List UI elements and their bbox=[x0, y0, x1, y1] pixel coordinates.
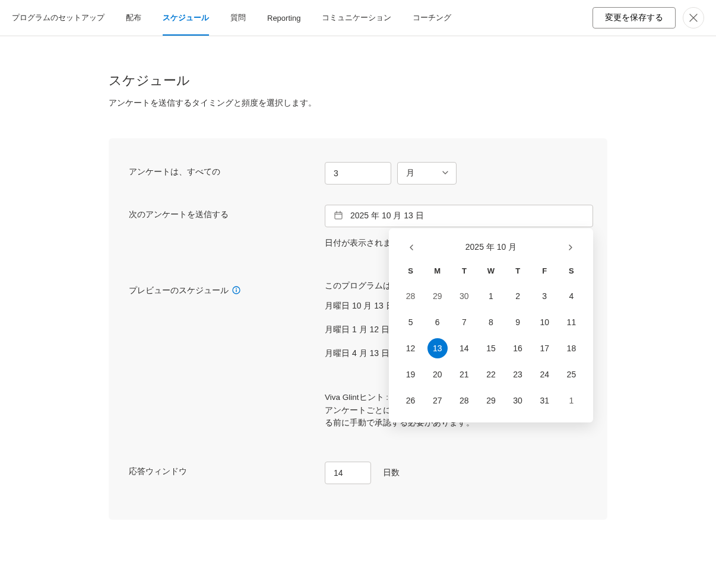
calendar-dow: S bbox=[397, 262, 424, 281]
schedule-card: アンケートは、すべての 月 次のアンケートを送信する bbox=[109, 138, 607, 520]
tab-distribution[interactable]: 配布 bbox=[115, 8, 152, 28]
close-button[interactable] bbox=[683, 7, 704, 28]
next-send-label: 次のアンケートを送信する bbox=[129, 205, 325, 220]
date-picker-popup: 2025 年 10 月 SMTWTFS282930123456789101112… bbox=[389, 228, 593, 422]
svg-point-2 bbox=[236, 288, 237, 289]
calendar-day[interactable]: 1 bbox=[561, 390, 581, 411]
calendar-day[interactable]: 4 bbox=[561, 286, 581, 306]
calendar-day[interactable]: 21 bbox=[454, 364, 474, 384]
frequency-row: アンケートは、すべての 月 bbox=[129, 162, 587, 185]
calendar-day[interactable]: 29 bbox=[427, 286, 448, 306]
save-button[interactable]: 変更を保存する bbox=[593, 7, 676, 28]
next-send-date-input[interactable]: 2025 年 10 月 13 日 bbox=[325, 205, 593, 227]
calendar-day[interactable]: 24 bbox=[534, 364, 555, 384]
tab-questions[interactable]: 質問 bbox=[220, 8, 256, 28]
svg-rect-3 bbox=[236, 290, 236, 292]
tab-coaching[interactable]: コーチング bbox=[402, 8, 462, 28]
calendar-day[interactable]: 26 bbox=[401, 390, 421, 411]
frequency-count-input[interactable] bbox=[325, 162, 391, 185]
page: スケジュール アンケートを送信するタイミングと頻度を選択します。 アンケートは、… bbox=[97, 72, 619, 520]
calendar-day[interactable]: 30 bbox=[454, 286, 474, 306]
chevron-down-icon bbox=[442, 169, 449, 178]
calendar-day[interactable]: 27 bbox=[427, 390, 448, 411]
calendar-day[interactable]: 30 bbox=[508, 390, 528, 411]
calendar-next-button[interactable] bbox=[565, 241, 576, 253]
response-window-label: 応答ウィンドウ bbox=[129, 462, 325, 477]
calendar-dow: W bbox=[477, 262, 504, 281]
calendar-day[interactable]: 20 bbox=[427, 364, 448, 384]
calendar-day[interactable]: 22 bbox=[481, 364, 501, 384]
frequency-label: アンケートは、すべての bbox=[129, 162, 325, 177]
calendar-header: 2025 年 10 月 bbox=[397, 239, 585, 262]
calendar-day[interactable]: 11 bbox=[561, 312, 581, 332]
calendar-dow: T bbox=[505, 262, 531, 281]
response-window-input[interactable] bbox=[325, 462, 371, 484]
page-description: アンケートを送信するタイミングと頻度を選択します。 bbox=[109, 98, 607, 109]
response-window-suffix: 日数 bbox=[383, 468, 400, 478]
date-input-wrap: 2025 年 10 月 13 日 2025 年 10 月 bbox=[325, 205, 593, 227]
calendar-day[interactable]: 10 bbox=[534, 312, 555, 332]
frequency-unit-select[interactable]: 月 bbox=[397, 162, 457, 185]
calendar-day[interactable]: 17 bbox=[534, 338, 555, 358]
tab-communication[interactable]: コミュニケーション bbox=[311, 8, 402, 28]
tab-reporting[interactable]: Reporting bbox=[256, 9, 311, 27]
tab-schedule[interactable]: スケジュール bbox=[152, 8, 220, 28]
calendar-day[interactable]: 19 bbox=[401, 364, 421, 384]
close-icon bbox=[689, 14, 698, 22]
calendar-day[interactable]: 29 bbox=[481, 390, 501, 411]
calendar-day[interactable]: 23 bbox=[508, 364, 528, 384]
calendar-dow: M bbox=[424, 262, 451, 281]
preview-schedule-label: プレビューのスケジュール bbox=[129, 281, 325, 296]
calendar-day[interactable]: 13 bbox=[427, 338, 448, 358]
calendar-day[interactable]: 15 bbox=[481, 338, 501, 358]
response-window-row: 応答ウィンドウ 日数 bbox=[129, 462, 587, 484]
calendar-dow: T bbox=[451, 262, 477, 281]
next-send-date-value: 2025 年 10 月 13 日 bbox=[350, 211, 424, 221]
info-icon[interactable] bbox=[232, 286, 240, 296]
calendar-day[interactable]: 12 bbox=[401, 338, 421, 358]
calendar-day[interactable]: 7 bbox=[454, 312, 474, 332]
calendar-day[interactable]: 1 bbox=[481, 286, 501, 306]
next-send-row: 次のアンケートを送信する 2025 年 10 月 13 日 bbox=[129, 205, 587, 249]
calendar-day[interactable]: 6 bbox=[427, 312, 448, 332]
svg-rect-0 bbox=[335, 212, 342, 219]
calendar-day[interactable]: 3 bbox=[534, 286, 555, 306]
calendar-day[interactable]: 31 bbox=[534, 390, 555, 411]
calendar-day[interactable]: 2 bbox=[508, 286, 528, 306]
topbar-actions: 変更を保存する bbox=[593, 7, 704, 28]
page-title: スケジュール bbox=[109, 72, 607, 90]
tab-list: プログラムのセットアップ 配布 スケジュール 質問 Reporting コミュニ… bbox=[12, 8, 590, 28]
topbar: プログラムのセットアップ 配布 スケジュール 質問 Reporting コミュニ… bbox=[0, 0, 716, 36]
calendar-day[interactable]: 8 bbox=[481, 312, 501, 332]
calendar-day[interactable]: 28 bbox=[401, 286, 421, 306]
calendar-day[interactable]: 5 bbox=[401, 312, 421, 332]
calendar-dow: F bbox=[531, 262, 558, 281]
calendar-day[interactable]: 18 bbox=[561, 338, 581, 358]
frequency-unit-value: 月 bbox=[406, 168, 414, 179]
tab-program-setup[interactable]: プログラムのセットアップ bbox=[12, 8, 115, 28]
calendar-day[interactable]: 28 bbox=[454, 390, 474, 411]
calendar-dow: S bbox=[558, 262, 585, 281]
calendar-month-label: 2025 年 10 月 bbox=[465, 242, 517, 253]
calendar-day[interactable]: 25 bbox=[561, 364, 581, 384]
calendar-day[interactable]: 9 bbox=[508, 312, 528, 332]
calendar-day[interactable]: 14 bbox=[454, 338, 474, 358]
calendar-day[interactable]: 16 bbox=[508, 338, 528, 358]
chevron-left-icon bbox=[408, 244, 415, 251]
chevron-right-icon bbox=[567, 244, 574, 251]
calendar-prev-button[interactable] bbox=[405, 241, 417, 253]
calendar-grid: SMTWTFS282930123456789101112131415161718… bbox=[397, 262, 585, 412]
calendar-icon bbox=[334, 211, 343, 222]
